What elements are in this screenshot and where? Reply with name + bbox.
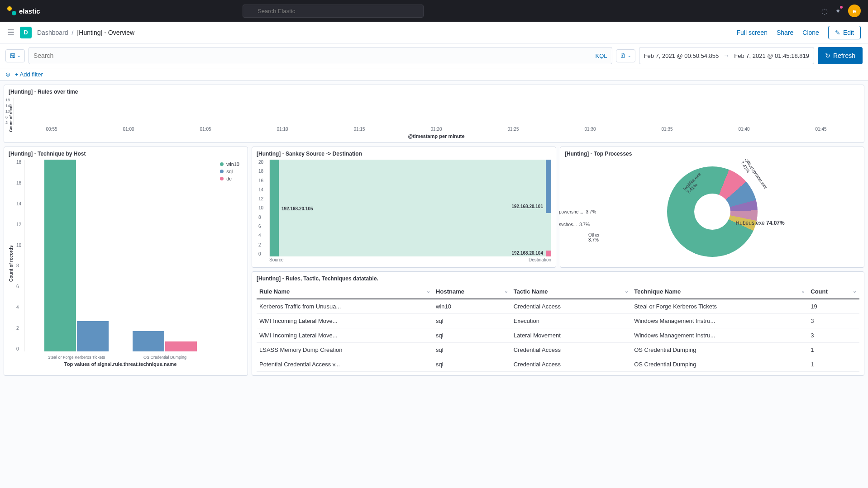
sankey-src-axis: Source bbox=[269, 257, 284, 262]
chart-xlabel: Top values of signal.rule.threat.techniq… bbox=[24, 361, 216, 367]
table-row[interactable]: Kerberos Traffic from Unusua...win10Cred… bbox=[257, 299, 859, 314]
breadcrumb-sep: / bbox=[72, 29, 74, 36]
share-button[interactable]: Share bbox=[777, 29, 793, 36]
date-from: Feb 7, 2021 @ 00:50:54.855 bbox=[644, 52, 719, 59]
query-input[interactable] bbox=[33, 52, 596, 59]
fullscreen-button[interactable]: Full screen bbox=[736, 29, 767, 36]
sankey-chart[interactable]: 192.168.20.105 192.168.20.101 192.168.20… bbox=[269, 160, 551, 256]
sankey-dest-node bbox=[546, 251, 551, 256]
date-to: Feb 7, 2021 @ 01:45:18.819 bbox=[734, 52, 809, 59]
sankey-source-node bbox=[270, 160, 279, 256]
col-tech[interactable]: Technique Name bbox=[631, 284, 808, 299]
saved-query-button[interactable]: 🖫 ⌄ bbox=[5, 49, 25, 62]
col-count[interactable]: Count bbox=[808, 284, 859, 299]
col-rule[interactable]: Rule Name bbox=[257, 284, 433, 299]
clone-button[interactable]: Clone bbox=[802, 29, 819, 36]
col-host[interactable]: Hostname bbox=[433, 284, 511, 299]
table-row[interactable]: Potential Credential Access v...sqlCrede… bbox=[257, 357, 859, 372]
menu-icon[interactable]: ☰ bbox=[7, 28, 14, 38]
brand-name: elastic bbox=[19, 7, 40, 15]
breadcrumb: Dashboard / [Hunting] - Overview bbox=[37, 29, 134, 36]
sankey-dest-label: 192.168.20.101 bbox=[511, 204, 543, 209]
help-icon[interactable]: ◌ bbox=[821, 7, 828, 15]
panel-technique-by-host: [Hunting] - Technique by Host Count of r… bbox=[4, 147, 248, 376]
breadcrumb-root[interactable]: Dashboard bbox=[37, 29, 68, 36]
user-avatar[interactable]: e bbox=[848, 5, 861, 17]
elastic-logo[interactable]: elastic bbox=[7, 6, 40, 15]
date-range-picker[interactable]: Feb 7, 2021 @ 00:50:54.855 → Feb 7, 2021… bbox=[639, 47, 814, 64]
panel-sankey: [Hunting] - Sankey Source -> Destination… bbox=[252, 147, 556, 268]
arrow-right-icon: → bbox=[723, 52, 730, 59]
breadcrumb-current: [Hunting] - Overview bbox=[77, 29, 134, 36]
panel-title: [Hunting] - Technique by Host bbox=[9, 151, 243, 157]
space-selector[interactable]: D bbox=[20, 27, 32, 38]
table-row[interactable]: WMI Incoming Lateral Move...sqlExecution… bbox=[257, 314, 859, 328]
panel-title: [Hunting] - Rules over time bbox=[9, 89, 859, 95]
table-row[interactable]: LSASS Memory Dump CreationsqlCredential … bbox=[257, 343, 859, 357]
query-language-toggle[interactable]: KQL bbox=[596, 52, 607, 59]
rules-table[interactable]: Rule Name Hostname Tactic Name Technique… bbox=[257, 284, 859, 372]
sankey-dest-label: 192.168.20.104 bbox=[511, 251, 543, 256]
sankey-dst-axis: Destination bbox=[529, 257, 551, 262]
panel-title: [Hunting] - Top Processes bbox=[565, 151, 859, 157]
rules-over-time-chart[interactable]: 18141062 bbox=[13, 98, 859, 125]
chart-legend: win10sqldc bbox=[216, 160, 243, 368]
pencil-icon: ✎ bbox=[835, 29, 840, 36]
refresh-icon: ↻ bbox=[825, 52, 830, 59]
filter-icon[interactable]: ⊜ bbox=[5, 71, 10, 78]
top-processes-chart[interactable]: Rubeus.exe 74.07% powershel... 3.7%svcho… bbox=[565, 160, 859, 264]
panel-top-processes: [Hunting] - Top Processes Rubeus.exe 74.… bbox=[560, 147, 864, 268]
panel-rules-over-time: [Hunting] - Rules over time Count of rec… bbox=[4, 85, 864, 143]
col-tactic[interactable]: Tactic Name bbox=[511, 284, 631, 299]
edit-button[interactable]: ✎ Edit bbox=[828, 26, 861, 39]
refresh-button[interactable]: ↻ Refresh bbox=[818, 47, 863, 64]
sankey-source-label: 192.168.20.105 bbox=[281, 206, 313, 211]
panel-title: [Hunting] - Rules, Tactic, Techniques da… bbox=[257, 275, 859, 282]
chart-xlabel: @timestamp per minute bbox=[13, 133, 859, 139]
global-search-input[interactable] bbox=[243, 5, 424, 18]
donut-main-label: Rubeus.exe 74.07% bbox=[736, 220, 785, 226]
sankey-dest-node bbox=[546, 160, 551, 213]
panel-datatable: [Hunting] - Rules, Tactic, Techniques da… bbox=[252, 271, 864, 376]
technique-by-host-chart[interactable]: Steal or Forge Kerberos TicketsOS Creden… bbox=[24, 160, 216, 351]
newsfeed-icon[interactable]: ✦ bbox=[835, 7, 841, 15]
panel-title: [Hunting] - Sankey Source -> Destination bbox=[257, 151, 551, 157]
add-filter-button[interactable]: + Add filter bbox=[15, 71, 43, 78]
table-row[interactable]: WMI Incoming Lateral Move...sqlLateral M… bbox=[257, 328, 859, 343]
elastic-logo-icon bbox=[7, 6, 16, 15]
date-quick-select[interactable]: 🗓 ⌄ bbox=[616, 49, 635, 62]
chart-ylabel: Count of records bbox=[9, 160, 14, 368]
